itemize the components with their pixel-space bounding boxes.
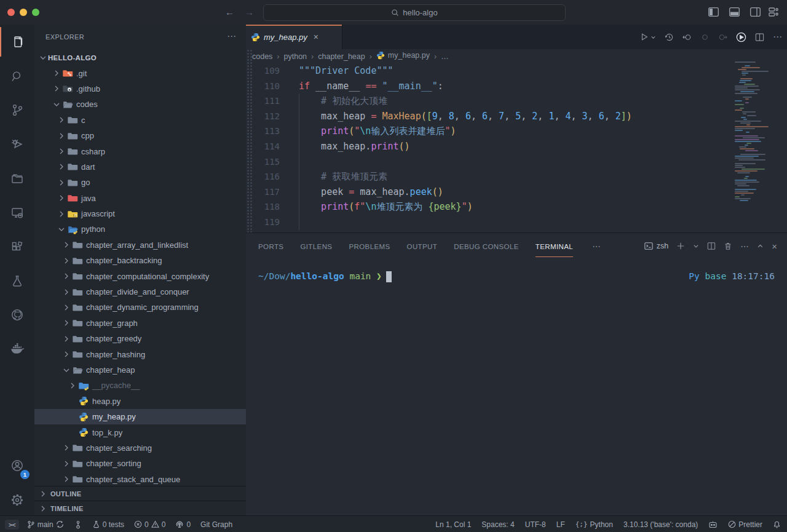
- tree-folder-chapter-greedy[interactable]: chapter_greedy: [34, 331, 246, 346]
- tree-folder-chapter-stack-and-queue[interactable]: chapter_stack_and_queue: [34, 472, 246, 487]
- new-terminal-icon[interactable]: [676, 242, 685, 250]
- explorer-more-actions-icon[interactable]: ⋯: [227, 31, 236, 42]
- tree-folder-python[interactable]: python: [34, 221, 246, 237]
- tree-folder-java[interactable]: java: [34, 191, 246, 206]
- extensions-icon[interactable]: [0, 232, 34, 262]
- tree-file-top-k-py[interactable]: top_k.py: [34, 424, 246, 440]
- language-mode[interactable]: {;}Python: [575, 520, 613, 529]
- open-changes-forward-icon[interactable]: [718, 33, 727, 42]
- notifications-bell-icon[interactable]: [773, 520, 781, 528]
- panel-tab-output[interactable]: OUTPUT: [407, 236, 438, 256]
- tree-folder-go[interactable]: go: [34, 175, 246, 190]
- split-terminal-icon[interactable]: [707, 242, 716, 250]
- tree-file-my-heap-py[interactable]: my_heap.py: [34, 409, 246, 424]
- manage-icon[interactable]: [0, 485, 34, 515]
- tree-folder-chapter-dynamic-programming[interactable]: chapter_dynamic_programming: [34, 300, 246, 315]
- panel-tab-ports[interactable]: PORTS: [258, 236, 283, 256]
- tree-folder-chapter-heap[interactable]: chapter_heap: [34, 362, 246, 378]
- timeline-history-icon[interactable]: [665, 33, 674, 42]
- more-actions-icon[interactable]: ⋯: [773, 31, 782, 42]
- kill-terminal-icon[interactable]: [724, 242, 732, 250]
- breadcrumb-item[interactable]: codes: [252, 52, 272, 61]
- breadcrumb-item[interactable]: chapter_heap: [318, 52, 365, 61]
- tree-folder--github[interactable]: .github: [34, 81, 246, 97]
- maximize-panel-icon[interactable]: [757, 243, 764, 250]
- customize-layout-icon[interactable]: [769, 7, 778, 17]
- shell-indicator[interactable]: zsh: [644, 242, 668, 250]
- indentation[interactable]: Spaces: 4: [481, 520, 514, 529]
- panel-tab-debug-console[interactable]: DEBUG CONSOLE: [454, 236, 519, 256]
- branch-status[interactable]: main: [26, 520, 64, 529]
- git-graph-status[interactable]: Git Graph: [200, 520, 232, 529]
- breadcrumb[interactable]: codes›python›chapter_heap›my_heap.py›…: [252, 49, 738, 63]
- run-and-debug-icon[interactable]: [0, 129, 34, 159]
- breadcrumb-item[interactable]: python: [284, 52, 307, 61]
- encoding[interactable]: UTF-8: [525, 520, 546, 529]
- tree-folder-cpp[interactable]: cpp: [34, 128, 246, 143]
- copilot-icon[interactable]: [708, 520, 718, 528]
- tree-folder-chapter-computational-complexity[interactable]: chapter_computational_complexity: [34, 268, 246, 284]
- search-icon[interactable]: [0, 62, 34, 91]
- tree-folder-chapter-hashing[interactable]: chapter_hashing: [34, 346, 246, 362]
- breadcrumb-item[interactable]: …: [441, 52, 449, 61]
- minimize-window-button[interactable]: [20, 9, 27, 16]
- toggle-panel-icon[interactable]: [729, 7, 740, 17]
- minimap[interactable]: [735, 62, 776, 208]
- command-center-search[interactable]: hello-algo: [263, 4, 566, 21]
- open-changes-back-icon[interactable]: [682, 33, 692, 42]
- docker-icon[interactable]: [0, 334, 34, 363]
- panel-tabs-more-icon[interactable]: ⋯: [592, 241, 601, 251]
- problems-status[interactable]: 00: [134, 520, 165, 529]
- open-changes-icon[interactable]: [700, 33, 710, 42]
- tree-folder-chapter-divide-and-conquer[interactable]: chapter_divide_and_conquer: [34, 284, 246, 300]
- panel-tab-problems[interactable]: PROBLEMS: [349, 236, 390, 256]
- timeline-section-header[interactable]: TIMELINE: [34, 501, 246, 516]
- python-interpreter[interactable]: 3.10.13 ('base': conda): [623, 520, 698, 529]
- tree-folder-chapter-sorting[interactable]: chapter_sorting: [34, 456, 246, 471]
- terminal-dropdown-icon[interactable]: [693, 243, 699, 249]
- feedback-status[interactable]: 0: [175, 520, 191, 529]
- remote-explorer-icon[interactable]: [0, 198, 34, 228]
- tree-folder-csharp[interactable]: csharp: [34, 143, 246, 159]
- tree-folder--git[interactable]: .git: [34, 65, 246, 81]
- tree-folder-chapter-array-and-linkedlist[interactable]: chapter_array_and_linkedlist: [34, 237, 246, 253]
- prettier-status[interactable]: Prettier: [728, 520, 762, 529]
- tree-folder-c[interactable]: c: [34, 113, 246, 128]
- cursor-position[interactable]: Ln 1, Col 1: [435, 520, 471, 529]
- toggle-primary-sidebar-icon[interactable]: [708, 7, 719, 17]
- close-window-button[interactable]: [7, 9, 15, 16]
- project-manager-icon[interactable]: [0, 164, 34, 193]
- tree-folder-hello-algo[interactable]: HELLO-ALGO: [34, 50, 246, 65]
- maximize-window-button[interactable]: [32, 9, 39, 16]
- toggle-secondary-sidebar-icon[interactable]: [750, 7, 761, 17]
- close-panel-icon[interactable]: ×: [772, 241, 777, 252]
- tree-folder-chapter-searching[interactable]: chapter_searching: [34, 440, 246, 456]
- source-control-icon[interactable]: [0, 95, 34, 125]
- accounts-icon[interactable]: 1: [0, 451, 34, 480]
- outline-section-header[interactable]: OUTLINE: [34, 486, 246, 501]
- panel-tab-terminal[interactable]: TERMINAL: [536, 236, 573, 257]
- tab-close-icon[interactable]: ×: [314, 32, 318, 42]
- github-icon[interactable]: [0, 300, 34, 330]
- gitlens-status[interactable]: [74, 520, 82, 529]
- navigate-forward-icon[interactable]: →: [245, 7, 254, 17]
- tree-folder-codes[interactable]: codes: [34, 97, 246, 112]
- tree-file-heap-py[interactable]: heap.py: [34, 394, 246, 409]
- tree-folder-javascript[interactable]: >JSjavascript: [34, 206, 246, 221]
- remote-indicator[interactable]: ><: [5, 520, 19, 530]
- run-python-file-icon[interactable]: [640, 33, 656, 41]
- panel-more-actions-icon[interactable]: ⋯: [740, 241, 749, 251]
- tree-folder--pycache-[interactable]: __pycache__: [34, 378, 246, 393]
- terminal[interactable]: ~/Dow/hello-algo main ❯ Py base 18:17:16: [258, 271, 775, 282]
- tests-status[interactable]: 0 tests: [92, 520, 124, 529]
- eol-sequence[interactable]: LF: [556, 520, 565, 529]
- panel-tab-gitlens[interactable]: GITLENS: [300, 236, 332, 256]
- run-or-debug-icon[interactable]: [736, 32, 746, 42]
- breadcrumb-item[interactable]: my_heap.py: [376, 51, 430, 62]
- tree-folder-chapter-backtracking[interactable]: chapter_backtracking: [34, 253, 246, 268]
- tab-my-heap-py[interactable]: my_heap.py ×: [246, 25, 342, 49]
- navigate-back-icon[interactable]: ←: [225, 7, 234, 17]
- code-area[interactable]: 109"""Driver Code"""110if __name__ == "_…: [246, 63, 735, 232]
- tree-folder-chapter-graph[interactable]: chapter_graph: [34, 316, 246, 331]
- explorer-icon[interactable]: [0, 27, 34, 57]
